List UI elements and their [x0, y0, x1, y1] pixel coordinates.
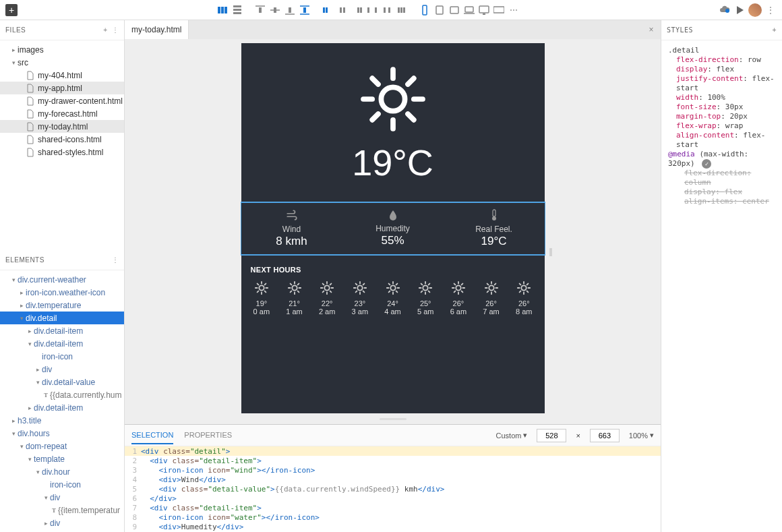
style-rule[interactable]: align-items: center [668, 197, 775, 206]
file-item[interactable]: my-forecast.html [0, 107, 124, 120]
code-line[interactable]: 4 <div>Wind</div> [125, 475, 661, 484]
element-node[interactable]: ▾div.detail [0, 312, 124, 324]
element-node[interactable]: ▾div.detail-value [0, 376, 124, 388]
add-style-icon[interactable]: + [772, 26, 777, 34]
element-node[interactable]: ▾div.hour [0, 465, 124, 478]
device-laptop-icon[interactable] [463, 4, 475, 16]
code-line[interactable]: 8 <iron-icon icon="water"></iron-icon> [125, 512, 661, 522]
file-item[interactable]: my-404.html [0, 69, 124, 82]
file-tab[interactable]: my-today.html [125, 20, 189, 39]
align-stretch-icon[interactable] [299, 4, 311, 16]
device-phone-icon[interactable] [419, 4, 431, 16]
element-node[interactable]: ▾template [0, 452, 124, 465]
element-node[interactable]: ▸h3.title [0, 414, 124, 427]
elements-menu-icon[interactable]: ⋮ [112, 256, 119, 264]
cloud-icon[interactable] [719, 4, 731, 16]
device-desktop-icon[interactable] [478, 4, 490, 16]
preset-dropdown[interactable]: Custom ▾ [496, 431, 528, 440]
element-node[interactable]: ▸div.detail-item [0, 324, 124, 337]
code-line[interactable]: 7 <div class="detail-item"> [125, 503, 661, 512]
code-editor[interactable]: 1<div class="detail">2 <div class="detai… [125, 446, 661, 532]
element-node[interactable]: iron-icon [0, 478, 124, 491]
style-rule[interactable]: font-size: 30px [668, 102, 775, 112]
style-rule[interactable]: flex-direction: row [668, 55, 775, 65]
file-item[interactable]: shared-styles.html [0, 146, 124, 158]
device-tablet-icon[interactable] [433, 4, 446, 16]
detail-item: Wind8 kmh [241, 203, 342, 254]
style-rule[interactable]: flex-direction: column [668, 169, 775, 187]
file-item[interactable]: my-today.html [0, 120, 124, 133]
media-query[interactable]: @media (max-width: 320px) ✓ [668, 150, 775, 169]
style-rule[interactable]: align-content: flex-start [668, 131, 775, 150]
styles-body[interactable]: .detailflex-direction: rowdisplay: flexj… [661, 40, 782, 212]
code-line[interactable]: 9 <div>Humedity</div> [125, 522, 661, 531]
justify-around-icon[interactable] [381, 4, 393, 16]
file-item[interactable]: my-drawer-content.html [0, 94, 124, 107]
code-line[interactable]: 5 <div class="detail-value">{{data.curre… [125, 484, 661, 494]
style-rule[interactable]: width: 100% [668, 93, 775, 102]
more-icon[interactable]: ⋯ [508, 4, 520, 16]
file-item[interactable]: shared-icons.html [0, 133, 124, 146]
hour-temp: 21° [289, 299, 300, 307]
code-line[interactable]: 6 </div> [125, 494, 661, 503]
add-button[interactable]: + [5, 4, 18, 16]
elements-tree[interactable]: ▾div.current-weather▸iron-icon.weather-i… [0, 270, 124, 532]
element-node[interactable]: ▸div [0, 363, 124, 376]
style-rule[interactable]: display: flex [668, 65, 775, 74]
justify-start-icon[interactable] [322, 4, 334, 16]
folder-item[interactable]: ▾src [0, 56, 124, 69]
folder-item[interactable]: ▸images [0, 43, 124, 56]
element-node[interactable]: ▾div [0, 491, 124, 504]
element-node[interactable]: ▾div.hours [0, 427, 124, 440]
element-node[interactable]: iron-icon [0, 350, 124, 363]
align-bottom-icon[interactable] [284, 4, 296, 16]
canvas[interactable]: 19°C Wind8 kmhHumedity55%Real Feel.19°C … [125, 39, 661, 413]
zoom-dropdown[interactable]: 100% ▾ [629, 431, 654, 440]
element-node[interactable]: ▸iron-icon.weather-icon [0, 286, 124, 299]
tab-selection[interactable]: SELECTION [131, 427, 173, 444]
element-node[interactable]: ▾div.detail-item [0, 337, 124, 350]
width-input[interactable] [537, 429, 566, 442]
justify-end-icon[interactable] [351, 4, 363, 16]
tab-properties[interactable]: PROPERTIES [184, 427, 232, 444]
style-rule[interactable]: flex-wrap: wrap [668, 121, 775, 131]
add-file-icon[interactable]: + [103, 26, 107, 34]
align-top-icon[interactable] [254, 4, 266, 16]
code-line[interactable]: 1<div class="detail"> [125, 446, 661, 456]
hour-item: 26°7 am [477, 280, 505, 316]
flex-row-icon[interactable] [216, 4, 229, 16]
resize-handle-bottom[interactable] [125, 413, 661, 424]
justify-evenly-icon[interactable] [396, 4, 408, 16]
menu-icon[interactable]: ⋮ [764, 4, 777, 16]
justify-between-icon[interactable] [366, 4, 378, 16]
style-selector[interactable]: .detail [668, 46, 775, 55]
device-tablet-land-icon[interactable] [448, 4, 460, 16]
file-icon [26, 122, 35, 131]
avatar[interactable] [748, 3, 762, 17]
style-rule[interactable]: display: flex [668, 187, 775, 197]
device-wide-icon[interactable] [493, 4, 505, 16]
element-node[interactable]: ▾div.current-weather [0, 273, 124, 286]
play-icon[interactable] [733, 4, 746, 16]
element-node[interactable]: ▸div.temperature [0, 299, 124, 312]
code-line[interactable]: 3 <iron-icon icon="wind"></iron-icon> [125, 465, 661, 475]
align-middle-icon[interactable] [269, 4, 281, 16]
element-node[interactable]: ▸div.detail-item [0, 401, 124, 414]
code-line[interactable]: 2 <div class="detail-item"> [125, 456, 661, 465]
style-rule[interactable]: justify-content: flex-start [668, 74, 775, 93]
element-node[interactable]: ▾dom-repeat [0, 440, 124, 452]
device-preview: 19°C Wind8 kmhHumedity55%Real Feel.19°C … [241, 43, 545, 413]
files-tree[interactable]: ▸images▾srcmy-404.htmlmy-app.htmlmy-draw… [0, 40, 124, 250]
element-node[interactable]: T{{item.temperatur [0, 504, 124, 516]
tab-close-button[interactable]: × [642, 20, 661, 39]
flex-column-icon[interactable] [231, 4, 243, 16]
element-node[interactable]: T{{data.currently.hum [0, 388, 124, 401]
style-rule[interactable]: margin-top: 20px [668, 112, 775, 121]
file-item[interactable]: my-app.html [0, 82, 124, 94]
files-menu-icon[interactable]: ⋮ [112, 26, 119, 34]
height-input[interactable] [590, 429, 620, 442]
resize-handle-right[interactable]: ‖ [548, 241, 553, 262]
justify-center-icon[interactable] [336, 4, 349, 16]
element-node[interactable]: ▸div [0, 516, 124, 529]
svg-rect-21 [367, 7, 369, 13]
